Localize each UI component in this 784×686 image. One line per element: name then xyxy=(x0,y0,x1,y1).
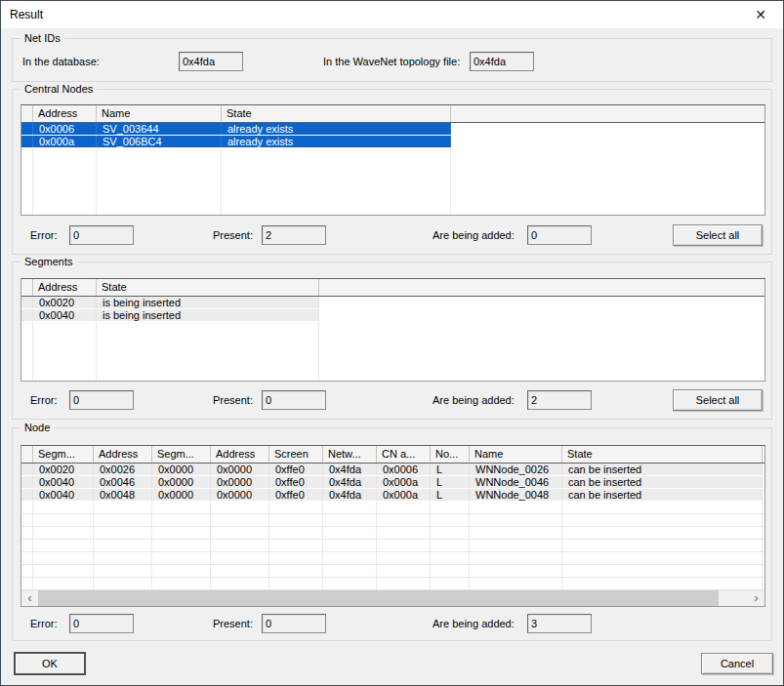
column-header[interactable]: Netw... xyxy=(323,446,377,463)
table-cell xyxy=(97,186,222,199)
column-header[interactable]: Name xyxy=(97,105,222,122)
table-cell xyxy=(152,502,211,513)
table-cell xyxy=(33,174,97,186)
present-field[interactable]: 0 xyxy=(262,614,326,633)
table-cell: 0x0040 xyxy=(33,476,94,488)
table-row[interactable]: 0x00200x00260x00000x00000xffe00x4fda0x00… xyxy=(21,464,763,476)
column-header[interactable]: State xyxy=(562,446,763,463)
table-cell xyxy=(33,347,97,360)
error-field[interactable]: 0 xyxy=(69,225,134,245)
table-cell: SV_006BC4 xyxy=(97,136,222,147)
column-header[interactable]: Address xyxy=(33,105,97,122)
column-header[interactable] xyxy=(21,446,33,463)
column-header-filler xyxy=(763,446,765,463)
table-cell xyxy=(152,552,211,564)
ok-button[interactable]: OK xyxy=(14,652,86,675)
column-header-filler xyxy=(451,105,764,122)
column-header[interactable]: State xyxy=(222,105,451,122)
table-cell xyxy=(21,514,33,526)
table-cell xyxy=(470,565,562,577)
table-cell xyxy=(97,360,319,373)
table-empty-row xyxy=(21,527,764,540)
table-cell xyxy=(152,527,211,539)
table-cell xyxy=(94,502,152,513)
table-row[interactable]: 0x00400x00480x00000x00000xffe00x4fda0x00… xyxy=(21,489,763,502)
being-added-label: Are being added: xyxy=(433,390,515,410)
column-header[interactable]: Screen xyxy=(269,446,323,463)
table-cell xyxy=(33,502,94,513)
scroll-left-icon[interactable]: ‹ xyxy=(21,590,38,607)
column-header[interactable]: CN a... xyxy=(377,446,431,463)
table-row[interactable]: 0x00400x00460x00000x00000xffe00x4fda0x00… xyxy=(21,476,763,489)
column-header[interactable]: No... xyxy=(431,446,470,463)
table-cell xyxy=(33,186,97,199)
scrollbar-thumb[interactable] xyxy=(38,590,719,607)
node-footer: Error: 0 Present: 0 Are being added: 3 xyxy=(13,613,771,636)
table-cell: 0xffe0 xyxy=(269,464,323,475)
table-cell: L xyxy=(431,489,470,501)
table-cell xyxy=(269,540,323,551)
table-body: 0x0006SV_003644already exists0x000aSV_00… xyxy=(21,123,764,216)
table-cell xyxy=(211,578,269,589)
select-all-button[interactable]: Select all xyxy=(673,224,763,246)
segments-group: Segments AddressState0x0020is being inse… xyxy=(12,262,772,420)
table-row[interactable]: 0x000aSV_006BC4already exists xyxy=(21,136,451,148)
table-cell xyxy=(21,161,33,174)
column-header[interactable]: State xyxy=(97,279,319,296)
table-cell xyxy=(94,514,152,526)
column-header[interactable]: Name xyxy=(470,446,562,463)
central-nodes-group: Central Nodes AddressNameState0x0006SV_0… xyxy=(12,89,772,255)
table-cell xyxy=(562,514,763,526)
table-cell: 0x0000 xyxy=(211,489,269,501)
column-header[interactable] xyxy=(21,279,33,296)
scroll-right-icon[interactable]: › xyxy=(748,590,764,607)
being-added-field[interactable]: 3 xyxy=(527,614,592,633)
table-cell: WNNode_0046 xyxy=(470,476,562,488)
present-label: Present: xyxy=(213,225,253,245)
being-added-field[interactable]: 2 xyxy=(527,390,592,410)
table-row[interactable]: 0x0006SV_003644already exists xyxy=(21,123,451,136)
table-row[interactable]: 0x0020is being inserted xyxy=(21,297,319,309)
table-empty-row xyxy=(21,174,764,186)
present-field[interactable]: 2 xyxy=(262,225,326,245)
column-header[interactable]: Address xyxy=(33,279,97,296)
table-cell: WNNode_0026 xyxy=(470,464,562,475)
table-cell xyxy=(21,174,33,186)
being-added-label: Are being added: xyxy=(433,614,515,633)
table-empty-row xyxy=(21,161,764,174)
table-cell xyxy=(33,565,94,577)
horizontal-scrollbar[interactable]: ‹ › xyxy=(21,589,764,606)
table-cell xyxy=(377,578,431,589)
table-cell xyxy=(21,476,33,488)
select-all-button[interactable]: Select all xyxy=(673,389,763,411)
error-field[interactable]: 0 xyxy=(69,614,134,633)
present-label: Present: xyxy=(213,390,253,410)
error-field[interactable]: 0 xyxy=(69,390,134,410)
present-field[interactable]: 0 xyxy=(262,390,326,410)
table-cell xyxy=(21,322,33,335)
table-cell xyxy=(211,540,269,551)
table-empty-row xyxy=(21,565,764,578)
table-cell xyxy=(222,161,451,174)
column-header[interactable]: Segm... xyxy=(152,446,211,463)
cancel-button[interactable]: Cancel xyxy=(701,653,773,674)
table-cell: 0x000a xyxy=(377,489,431,501)
topology-netid-field[interactable]: 0x4fda xyxy=(470,52,534,71)
table-cell xyxy=(21,148,33,161)
column-header[interactable]: Segm... xyxy=(33,446,94,463)
table-cell xyxy=(269,552,323,564)
table-cell: 0x0006 xyxy=(33,123,97,135)
table-row[interactable]: 0x0040is being inserted xyxy=(21,309,319,322)
column-header[interactable]: Address xyxy=(211,446,269,463)
being-added-field[interactable]: 0 xyxy=(527,225,592,245)
database-netid-field[interactable]: 0x4fda xyxy=(179,52,243,71)
table-cell: SV_003644 xyxy=(97,123,222,135)
close-icon[interactable]: ✕ xyxy=(751,1,770,28)
column-header[interactable] xyxy=(21,105,33,122)
table-empty-row xyxy=(21,347,764,360)
table-cell xyxy=(323,578,377,589)
table-cell: 0x0040 xyxy=(33,309,97,321)
table-cell xyxy=(152,565,211,577)
table-cell: 0xffe0 xyxy=(269,489,323,501)
column-header[interactable]: Address xyxy=(94,446,152,463)
